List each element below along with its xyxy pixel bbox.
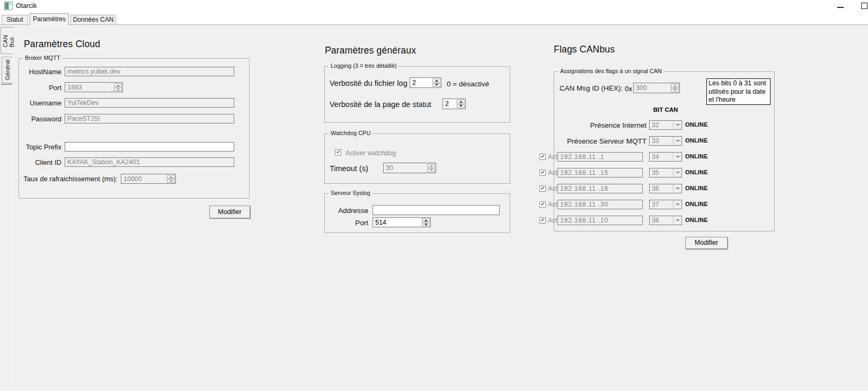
app-icon [4,2,13,10]
check-icon [336,150,340,153]
timeout-value[interactable]: 30 [384,163,427,173]
side-tab-divider [1,84,12,85]
minimize-icon[interactable] [837,7,844,8]
bit-select[interactable]: 34 [649,152,682,162]
refresh-rate-value[interactable]: 10000 [121,174,166,183]
syslog-port-label: Port [318,219,368,227]
can-msg-id-value[interactable]: 300 [634,83,670,93]
file-verbosity-up-icon[interactable] [432,78,440,83]
bit-select[interactable]: 37 [649,200,682,209]
can-msg-id-label: CAN Msg ID (HEX): [551,84,623,92]
actif-checkbox[interactable] [539,201,546,208]
chevron-down-icon[interactable] [673,153,681,161]
syslog-address-field[interactable] [373,205,500,215]
side-tab-general[interactable]: Général [2,57,13,83]
status-badge: ONLINE [685,185,708,191]
chevron-down-icon[interactable] [673,168,681,177]
refresh-rate-stepper[interactable]: 10000 [121,174,176,184]
syslog-port-down-icon[interactable] [422,223,430,226]
actif-checkbox[interactable] [539,217,546,224]
hex-prefix: 0x [625,85,632,93]
status-badge: ONLINE [685,137,708,144]
actif-checkbox[interactable] [539,154,546,160]
bit-value: 34 [650,153,673,161]
bit-value: 33 [650,137,673,145]
ip-field[interactable]: 192.168.11 .16 [557,184,643,193]
check-icon [541,202,544,205]
syslog-port-stepper[interactable]: 514 [373,217,431,227]
chevron-down-icon[interactable] [673,200,681,209]
port-down-icon[interactable] [114,87,122,91]
bit-select[interactable]: 35 [649,168,682,177]
ip-field[interactable]: 192.168.11 .15 [557,168,643,177]
password-field[interactable]: PaceST25! [65,114,234,123]
flag-row-label: Présence Serveur MQTT [556,137,646,145]
cloud-heading: Paramètres Cloud [24,39,100,50]
flags-heading: Flags CANbus [554,44,615,55]
bit-value: 32 [650,121,673,129]
username-label: Username [16,99,61,107]
status-badge: ONLINE [685,217,708,223]
bit-value: 37 [650,200,673,209]
ip-field[interactable]: 192.168.11 .10 [557,216,643,225]
can-msg-down-icon[interactable] [671,88,679,93]
maximize-icon[interactable] [861,3,867,9]
refresh-up-icon[interactable] [167,175,175,179]
check-icon [541,154,544,157]
file-verbosity-value[interactable]: 2 [410,78,432,87]
file-verbosity-down-icon[interactable] [432,83,440,87]
general-heading: Paramètres généraux [325,45,416,56]
hostname-field[interactable]: metrics.yultek.dev [65,67,234,76]
username-field[interactable]: YulTekDev [65,98,234,108]
check-icon [541,170,544,173]
ip-field[interactable]: 192.168.11 .30 [557,200,643,209]
flags-modify-button[interactable]: Modifier [685,237,728,249]
bit-select[interactable]: 38 [649,216,682,225]
status-badge: ONLINE [685,169,708,175]
port-stepper[interactable]: 1883 [65,82,123,92]
status-verbosity-stepper[interactable]: 2 [442,99,466,109]
syslog-port-value[interactable]: 514 [373,218,421,227]
topic-prefix-field[interactable] [65,142,234,152]
can-msg-up-icon[interactable] [671,84,679,88]
tab-statut[interactable]: Statut [2,15,28,24]
file-verbosity-label: Verbosité du fichier log [330,79,408,87]
status-verbosity-down-icon[interactable] [457,104,465,109]
actif-checkbox[interactable] [539,185,546,192]
bit-select[interactable]: 32 [649,120,682,130]
inner-page-border [13,54,14,387]
status-badge: ONLINE [685,153,708,159]
can-msg-id-stepper[interactable]: 300 [633,83,680,93]
status-verbosity-value[interactable]: 2 [443,99,456,109]
port-label: Port [16,84,61,92]
status-verbosity-up-icon[interactable] [457,100,465,104]
file-verbosity-stepper[interactable]: 2 [410,77,441,88]
chevron-down-icon[interactable] [673,216,681,225]
bit-value: 35 [650,168,673,177]
hostname-label: HostName [16,68,61,76]
chevron-down-icon[interactable] [673,121,681,129]
bit-select[interactable]: 33 [649,136,682,146]
ip-field[interactable]: 192.168.11 .1 [557,152,643,162]
syslog-port-up-icon[interactable] [422,218,430,222]
refresh-down-icon[interactable] [167,179,175,183]
watchdog-group-label: Watchdog CPU [329,130,373,136]
bit-value: 36 [650,184,673,193]
chevron-down-icon[interactable] [673,137,681,145]
timeout-stepper[interactable]: 30 [383,163,436,173]
timeout-down-icon[interactable] [427,168,435,173]
port-up-icon[interactable] [114,83,122,87]
timeout-up-icon[interactable] [427,164,435,168]
cloud-modify-button[interactable]: Modifier [209,206,250,218]
watchdog-checkbox[interactable] [335,149,341,156]
side-tab-can-bus-label: CAN Bus [2,34,15,47]
client-id-field[interactable]: KAYAK_Station_KA2401 [65,157,234,167]
port-value[interactable]: 1883 [65,83,113,92]
bit-select[interactable]: 36 [649,184,682,193]
actif-checkbox[interactable] [539,170,546,176]
chevron-down-icon[interactable] [673,184,681,193]
tab-parametres[interactable]: Paramètres [30,13,69,25]
tab-donnees-can[interactable]: Données CAN [70,15,116,24]
side-tab-general-label: Général [4,59,11,80]
side-tab-can-bus[interactable]: CAN Bus [1,27,14,54]
